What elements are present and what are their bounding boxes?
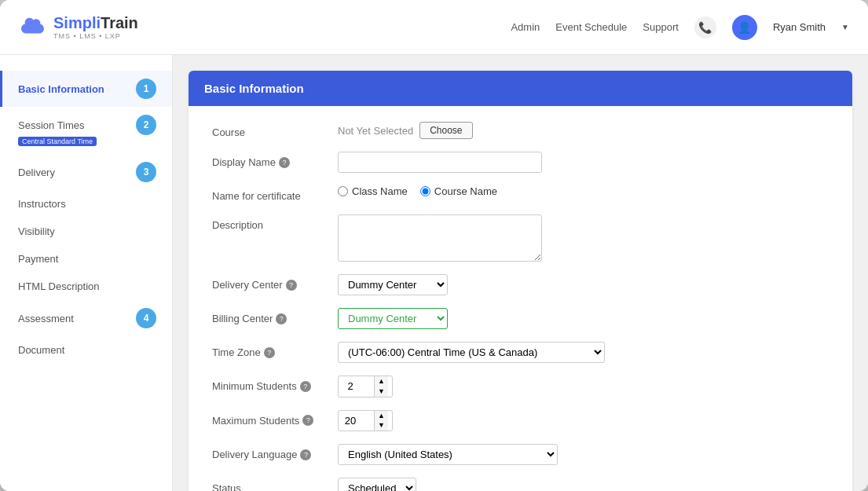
- sidebar-item-label: Assessment: [18, 313, 128, 324]
- session-times-badge: Central Standard Time: [18, 137, 97, 146]
- min-students-down[interactable]: ▼: [375, 387, 388, 397]
- admin-link[interactable]: Admin: [511, 21, 540, 33]
- delivery-language-row: Delivery Language ? English (United Stat…: [212, 444, 829, 465]
- timezone-control: (UTC-06:00) Central Time (US & Canada): [338, 342, 829, 363]
- sidebar-item-html-description[interactable]: HTML Description: [0, 273, 172, 300]
- course-name-text: Course Name: [434, 185, 497, 197]
- delivery-language-control: English (United States): [338, 444, 829, 465]
- display-name-label: Display Name ?: [212, 152, 338, 168]
- max-students-input-wrap: 20 ▲ ▼: [338, 410, 393, 432]
- course-name-radio[interactable]: [420, 186, 430, 196]
- card-body: Course Not Yet Selected Choose Display N…: [189, 106, 852, 491]
- logo: SimpliTrain TMS • LMS • LXP: [19, 14, 138, 40]
- timezone-help-icon[interactable]: ?: [264, 347, 275, 358]
- status-control: Scheduled Draft Cancelled: [338, 478, 829, 491]
- user-name: Ryan Smith: [773, 21, 826, 33]
- display-name-row: Display Name ?: [212, 152, 829, 173]
- max-students-spinners: ▲ ▼: [374, 411, 388, 431]
- sidebar-item-label: Instructors: [18, 198, 156, 210]
- sidebar-item-label: Visibility: [18, 225, 156, 237]
- class-name-radio[interactable]: [338, 186, 348, 196]
- billing-center-select[interactable]: Dummy Center: [338, 308, 448, 329]
- delivery-language-select[interactable]: English (United States): [338, 444, 558, 465]
- user-dropdown-arrow[interactable]: ▼: [841, 23, 849, 31]
- min-students-control: 2 ▲ ▼: [338, 376, 829, 398]
- min-students-help-icon[interactable]: ?: [300, 381, 311, 392]
- status-label: Status: [212, 478, 338, 491]
- sidebar-item-instructors[interactable]: Instructors: [0, 190, 172, 218]
- course-not-selected: Not Yet Selected: [338, 125, 413, 137]
- delivery-language-label: Delivery Language ?: [212, 444, 338, 460]
- sidebar-item-basic-information[interactable]: Basic Information 1: [0, 71, 172, 107]
- top-nav: Admin Event Schedule Support 📞 👤 Ryan Sm…: [511, 15, 849, 40]
- card-header: Basic Information: [189, 71, 852, 106]
- logo-subtitle: TMS • LMS • LXP: [53, 32, 121, 40]
- display-name-control: [338, 152, 829, 173]
- support-link[interactable]: Support: [643, 21, 679, 33]
- delivery-language-help-icon[interactable]: ?: [300, 449, 311, 460]
- step-bubble-3: 3: [136, 162, 156, 182]
- course-label: Course: [212, 122, 338, 138]
- sidebar-item-delivery[interactable]: Delivery 3: [0, 154, 172, 190]
- status-select[interactable]: Scheduled Draft Cancelled: [338, 478, 416, 491]
- display-name-input[interactable]: [338, 152, 542, 173]
- max-students-down[interactable]: ▼: [375, 420, 388, 431]
- delivery-center-help-icon[interactable]: ?: [286, 280, 297, 291]
- delivery-center-select[interactable]: Dummy Center: [338, 274, 448, 295]
- display-name-help-icon[interactable]: ?: [279, 157, 290, 168]
- basic-info-card: Basic Information Course Not Yet Selecte…: [189, 71, 852, 491]
- description-label: Description: [212, 214, 338, 231]
- sidebar-item-label: Delivery: [18, 167, 128, 178]
- min-students-input-wrap: 2 ▲ ▼: [338, 376, 393, 398]
- certificate-name-row: Name for certificate Class Name Course N…: [212, 185, 829, 202]
- section-title: Basic Information: [204, 82, 304, 95]
- app-window: SimpliTrain TMS • LMS • LXP Admin Event …: [0, 0, 868, 491]
- sidebar-item-label: Session Times: [18, 119, 128, 131]
- sidebar-item-session-times[interactable]: Session Times 2 Central Standard Time: [0, 107, 172, 154]
- delivery-center-label: Delivery Center ?: [212, 274, 338, 291]
- sidebar-item-label: Document: [18, 344, 156, 356]
- step-bubble-2: 2: [136, 115, 156, 135]
- course-name-radio-label[interactable]: Course Name: [420, 185, 497, 197]
- sidebar-item-label: Payment: [18, 253, 156, 265]
- min-students-row: Minimum Students ? 2 ▲ ▼: [212, 376, 829, 398]
- billing-center-help-icon[interactable]: ?: [276, 313, 287, 324]
- min-students-up[interactable]: ▲: [375, 376, 388, 387]
- step-bubble-4: 4: [136, 308, 156, 328]
- sidebar-item-visibility[interactable]: Visibility: [0, 218, 172, 245]
- status-row: Status Scheduled Draft Cancelled: [212, 478, 829, 491]
- max-students-help-icon[interactable]: ?: [302, 415, 313, 426]
- sidebar-item-label: HTML Description: [18, 280, 156, 292]
- sidebar-item-assessment[interactable]: Assessment 4: [0, 300, 172, 336]
- delivery-center-row: Delivery Center ? Dummy Center: [212, 274, 829, 295]
- delivery-center-control: Dummy Center: [338, 274, 829, 295]
- timezone-label: Time Zone ?: [212, 342, 338, 358]
- logo-text: SimpliTrain: [53, 14, 138, 32]
- course-choose-button[interactable]: Choose: [419, 122, 472, 139]
- description-row: Description: [212, 214, 829, 262]
- course-row: Course Not Yet Selected Choose: [212, 122, 829, 139]
- timezone-select[interactable]: (UTC-06:00) Central Time (US & Canada): [338, 342, 605, 363]
- max-students-control: 20 ▲ ▼: [338, 410, 829, 432]
- phone-icon[interactable]: 📞: [694, 16, 716, 38]
- sidebar-item-label: Basic Information: [18, 83, 128, 95]
- billing-center-label: Billing Center ?: [212, 308, 338, 324]
- event-schedule-link[interactable]: Event Schedule: [555, 21, 627, 33]
- certificate-name-label: Name for certificate: [212, 185, 338, 202]
- sidebar-item-payment[interactable]: Payment: [0, 245, 172, 273]
- class-name-text: Class Name: [352, 185, 408, 197]
- sidebar: Basic Information 1 Session Times 2 Cent…: [0, 55, 173, 491]
- max-students-up[interactable]: ▲: [375, 411, 388, 421]
- step-bubble-1: 1: [136, 79, 156, 99]
- class-name-radio-label[interactable]: Class Name: [338, 185, 408, 197]
- description-control: [338, 214, 829, 262]
- billing-center-row: Billing Center ? Dummy Center: [212, 308, 829, 329]
- description-textarea[interactable]: [338, 214, 542, 262]
- min-students-input[interactable]: 2: [339, 377, 374, 395]
- min-students-spinners: ▲ ▼: [374, 376, 388, 397]
- avatar: 👤: [732, 15, 757, 40]
- min-students-label: Minimum Students ?: [212, 376, 338, 392]
- top-bar: SimpliTrain TMS • LMS • LXP Admin Event …: [0, 0, 868, 55]
- max-students-input[interactable]: 20: [339, 412, 374, 430]
- sidebar-item-document[interactable]: Document: [0, 336, 172, 364]
